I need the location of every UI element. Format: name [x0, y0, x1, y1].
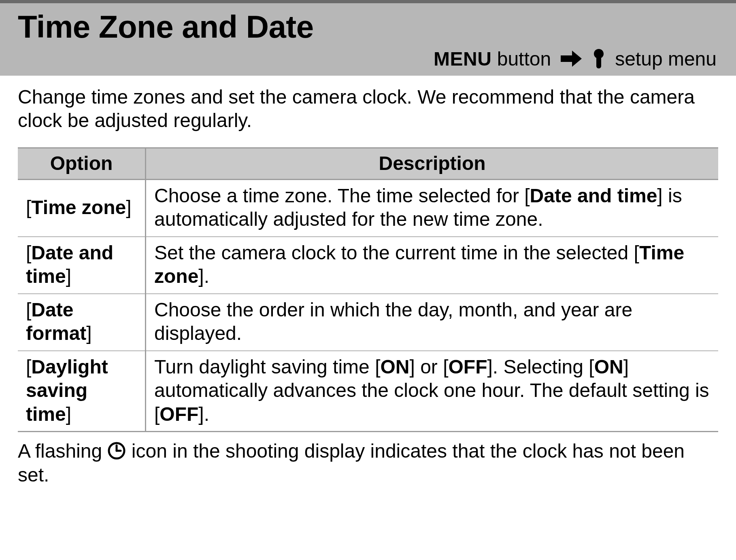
breadcrumb: MENU button setup menu: [18, 48, 718, 70]
menu-label: MENU: [434, 48, 491, 70]
header: Time Zone and Date MENU button setup men…: [0, 3, 736, 76]
option-cell: [Daylight saving time]: [18, 351, 146, 432]
table-header-row: Option Description: [18, 148, 718, 179]
setup-menu-label: setup menu: [615, 48, 717, 70]
table-row: [Time zone] Choose a time zone. The time…: [18, 179, 718, 237]
option-cell: [Date format]: [18, 294, 146, 351]
description-cell: Set the camera clock to the current time…: [146, 237, 719, 294]
page-title: Time Zone and Date: [18, 11, 718, 44]
col-description: Description: [146, 148, 719, 179]
clock-icon: [107, 441, 126, 460]
description-cell: Choose a time zone. The time selected fo…: [146, 179, 719, 237]
top-rule: [0, 0, 736, 3]
page: Time Zone and Date MENU button setup men…: [0, 0, 736, 487]
footnote: A flashing icon in the shooting display …: [18, 439, 718, 487]
description-cell: Turn daylight saving time [ON] or [OFF].…: [146, 351, 719, 432]
button-text: button: [497, 48, 551, 70]
table-row: [Date and time] Set the camera clock to …: [18, 237, 718, 294]
body: Change time zones and set the camera clo…: [0, 76, 736, 487]
option-cell: [Date and time]: [18, 237, 146, 294]
footnote-before: A flashing: [18, 440, 107, 462]
table-row: [Date format] Choose the order in which …: [18, 294, 718, 351]
arrow-right-icon: [560, 50, 583, 68]
wrench-icon: [591, 48, 606, 69]
option-cell: [Time zone]: [18, 179, 146, 237]
col-option: Option: [18, 148, 146, 179]
options-table: Option Description [Time zone] Choose a …: [18, 147, 718, 432]
intro-text: Change time zones and set the camera clo…: [18, 85, 718, 133]
menu-button-label: MENU button: [434, 48, 551, 70]
description-cell: Choose the order in which the day, month…: [146, 294, 719, 351]
table-row: [Daylight saving time] Turn daylight sav…: [18, 351, 718, 432]
